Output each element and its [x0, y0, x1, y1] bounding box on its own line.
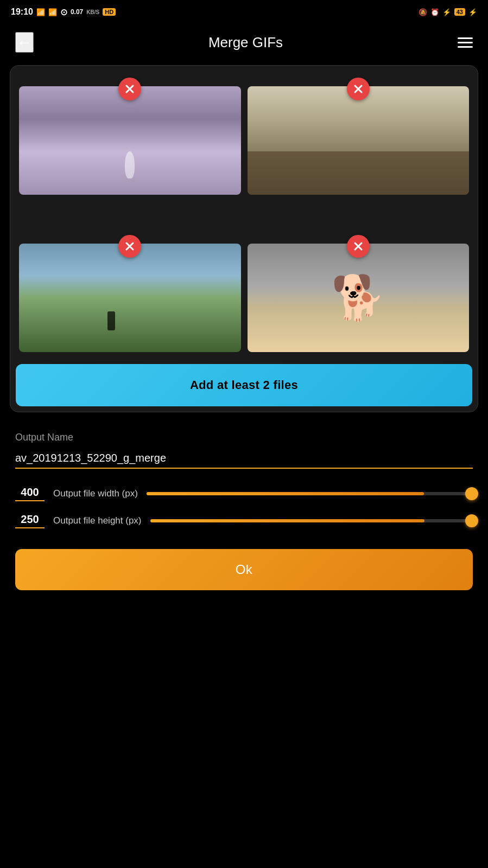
height-slider-row: 250 Output file height (px) — [15, 513, 473, 528]
video-quality: HD — [103, 8, 116, 16]
page-title: Merge GIFs — [208, 34, 283, 51]
remove-gif-1-button[interactable] — [118, 78, 141, 100]
gif-image-2 — [248, 86, 470, 195]
width-slider-thumb[interactable] — [465, 487, 478, 500]
output-name-input[interactable] — [15, 449, 473, 469]
gif-wrapper-2 — [244, 86, 473, 195]
height-slider-fill — [150, 519, 424, 522]
height-label: Output file height (px) — [53, 515, 142, 526]
remove-gif-3-button[interactable] — [118, 235, 141, 258]
width-label: Output file width (px) — [53, 488, 138, 499]
gif-image-3 — [19, 244, 241, 352]
gif-wrapper-4 — [244, 244, 473, 352]
bluetooth-icon: ⚡ — [442, 8, 451, 16]
gif-image-4 — [248, 244, 470, 352]
time-label: 19:10 — [11, 7, 33, 17]
status-left: 19:10 📶 📶 ⊙ 0.07 KB/S HD — [11, 7, 116, 17]
ok-button[interactable]: Ok — [15, 549, 473, 590]
bottom-section: Output Name 400 Output file width (px) 2… — [0, 417, 488, 605]
remove-gif-2-button[interactable] — [347, 78, 370, 100]
signal-icon: 📶 — [36, 8, 45, 16]
menu-line-3 — [458, 46, 473, 48]
back-button[interactable]: ← — [15, 32, 34, 53]
height-slider-thumb[interactable] — [465, 514, 478, 527]
mute-icon: 🔕 — [419, 8, 427, 16]
data-unit: KB/S — [86, 9, 99, 15]
width-value: 400 — [15, 486, 45, 501]
menu-button[interactable] — [458, 37, 473, 48]
add-files-button[interactable]: Add at least 2 files — [16, 364, 472, 406]
data-speed: 0.07 — [71, 8, 83, 16]
output-name-label: Output Name — [15, 432, 473, 443]
menu-line-2 — [458, 42, 473, 43]
gif-image-1 — [19, 86, 241, 195]
width-slider-track[interactable] — [147, 492, 473, 495]
menu-line-1 — [458, 37, 473, 39]
gif-wrapper-3 — [16, 244, 244, 352]
height-slider-track[interactable] — [150, 519, 473, 522]
wifi-icon: ⊙ — [60, 7, 67, 17]
content-card: Add at least 2 files — [10, 65, 478, 412]
nav-bar: ← Merge GIFs — [0, 24, 488, 61]
remove-gif-4-button[interactable] — [347, 235, 370, 258]
gif-row-2 — [16, 228, 472, 352]
alarm-icon: ⏰ — [430, 8, 439, 16]
width-slider-fill — [147, 492, 424, 495]
status-bar: 19:10 📶 📶 ⊙ 0.07 KB/S HD 🔕 ⏰ ⚡ 43 ⚡ — [0, 0, 488, 24]
gif-wrapper-1 — [16, 86, 244, 195]
gif-row-1 — [16, 71, 472, 195]
empty-spacer — [16, 201, 472, 228]
signal-icon-2: 📶 — [48, 8, 57, 16]
height-value: 250 — [15, 513, 45, 528]
charging-icon: ⚡ — [468, 8, 477, 16]
width-slider-row: 400 Output file width (px) — [15, 486, 473, 501]
battery-level: 43 — [454, 8, 465, 16]
status-right: 🔕 ⏰ ⚡ 43 ⚡ — [419, 8, 477, 16]
